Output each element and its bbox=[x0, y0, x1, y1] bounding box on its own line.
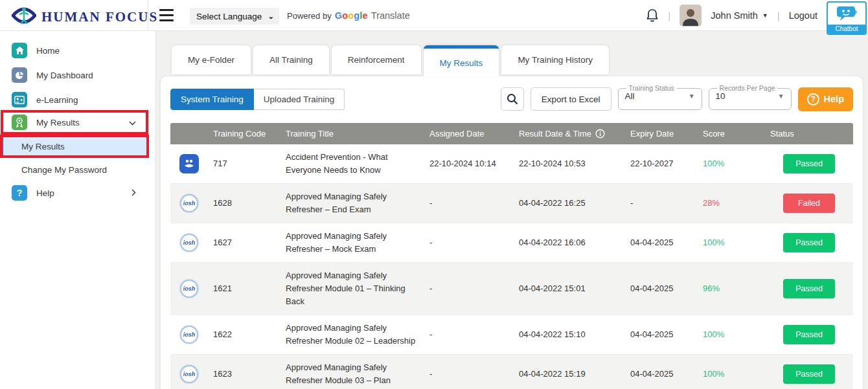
sidebar-item-my-results[interactable]: My Results bbox=[0, 111, 148, 133]
cell-training-title: Approved Managing Safely Refresher Modul… bbox=[280, 315, 424, 355]
sidebar-item-my-dashboard[interactable]: My Dashboard bbox=[0, 63, 148, 87]
cell-training-title: Accident Prevention - What Everyone Need… bbox=[280, 144, 424, 184]
user-avatar[interactable] bbox=[680, 5, 702, 27]
chevron-down-icon: ▼ bbox=[762, 12, 768, 19]
iosh-course-icon: iosh bbox=[180, 280, 198, 298]
e-learning-icon bbox=[12, 92, 27, 107]
top-header: HUMAN FOCUS Select Language ⌄ Powered by… bbox=[0, 0, 868, 31]
col-icon bbox=[170, 123, 208, 144]
user-menu[interactable]: John Smith ▼ bbox=[711, 10, 768, 21]
table-header-row: Training Code Training Title Assigned Da… bbox=[170, 123, 853, 144]
table-row: iosh 1627 Approved Managing Safely Refre… bbox=[170, 223, 853, 263]
sidebar-subitem-change-my-password[interactable]: Change My Password bbox=[0, 159, 148, 180]
brand-name: HUMAN FOCUS bbox=[41, 9, 158, 25]
dashboard-pie-icon bbox=[12, 67, 27, 83]
main-content: My e-Folder All Training Reinforcement M… bbox=[156, 31, 868, 389]
col-score: Score bbox=[698, 123, 765, 144]
chatbot-label: Chatbot bbox=[828, 25, 865, 34]
language-select[interactable]: Select Language ⌄ bbox=[190, 8, 279, 25]
powered-by-label: Powered by bbox=[287, 11, 332, 21]
tab-my-training-history[interactable]: My Training History bbox=[501, 45, 609, 74]
separator: | bbox=[777, 10, 780, 21]
cell-result-date: 04-04-2022 15:01 bbox=[514, 263, 625, 315]
uploaded-training-button[interactable]: Uploaded Training bbox=[254, 89, 345, 110]
notification-bell-icon[interactable] bbox=[646, 8, 659, 23]
cell-assigned-date: - bbox=[424, 315, 514, 355]
header-divider bbox=[148, 0, 148, 31]
system-training-button[interactable]: System Training bbox=[170, 89, 254, 110]
accident-prevention-course-icon bbox=[179, 154, 199, 173]
training-type-toggle: System Training Uploaded Training bbox=[170, 89, 345, 110]
cell-training-title: Approved Managing Safely Refresher – End… bbox=[280, 184, 424, 223]
translate-label: Translate bbox=[371, 10, 410, 21]
cell-expiry-date: 04-04-2025 bbox=[625, 315, 698, 355]
logout-link[interactable]: Logout bbox=[789, 10, 817, 21]
cell-score: 100% bbox=[703, 159, 724, 168]
records-per-page-select[interactable]: Records Per Page 10 ▼ bbox=[709, 84, 792, 110]
caret-down-icon: ▼ bbox=[778, 93, 784, 100]
cell-result-date: 04-04-2022 16:06 bbox=[514, 223, 625, 263]
results-card: System Training Uploaded Training Export… bbox=[161, 76, 863, 389]
cell-score: 100% bbox=[703, 369, 724, 379]
cell-result-date: 04-04-2022 15:19 bbox=[514, 355, 625, 389]
tab-all-training[interactable]: All Training bbox=[253, 45, 329, 74]
export-to-excel-button[interactable]: Export to Excel bbox=[531, 87, 611, 111]
iosh-course-icon: iosh bbox=[180, 234, 198, 252]
google-logo: Google bbox=[335, 10, 368, 21]
cell-expiry-date: 04-04-2025 bbox=[625, 355, 698, 389]
status-badge: Passed bbox=[783, 325, 835, 344]
tab-reinforcement[interactable]: Reinforcement bbox=[332, 45, 421, 74]
cell-expiry-date: 04-04-2025 bbox=[625, 223, 698, 263]
tab-my-e-folder[interactable]: My e-Folder bbox=[172, 45, 251, 74]
sidebar-subitem-my-results-active[interactable]: My Results bbox=[0, 135, 148, 158]
sidebar-item-e-learning[interactable]: e-Learning bbox=[0, 88, 148, 111]
toolbar: System Training Uploaded Training Export… bbox=[161, 76, 863, 112]
results-table: Training Code Training Title Assigned Da… bbox=[170, 123, 853, 389]
sidebar-item-home[interactable]: Home bbox=[0, 39, 148, 62]
iosh-course-icon: iosh bbox=[180, 194, 198, 212]
cell-score: 100% bbox=[703, 238, 724, 247]
chevron-down-icon: ⌄ bbox=[268, 12, 274, 21]
status-badge: Passed bbox=[783, 364, 835, 384]
training-status-value: All bbox=[625, 91, 635, 101]
tab-my-results[interactable]: My Results bbox=[424, 45, 499, 77]
chatbot-button[interactable]: Chatbot bbox=[827, 1, 867, 35]
cell-training-title: Approved Managing Safely Refresher Modul… bbox=[280, 355, 424, 389]
sidebar-item-label: e-Learning bbox=[36, 95, 78, 105]
caret-down-icon: ▼ bbox=[689, 93, 695, 100]
tab-bar: My e-Folder All Training Reinforcement M… bbox=[172, 45, 609, 77]
status-badge: Passed bbox=[783, 233, 835, 252]
page: HUMAN FOCUS Select Language ⌄ Powered by… bbox=[0, 0, 868, 389]
table-row: 717 Accident Prevention - What Everyone … bbox=[170, 144, 853, 184]
hamburger-menu-icon[interactable] bbox=[159, 9, 174, 21]
sidebar-subitem-label: Change My Password bbox=[21, 165, 107, 175]
cell-training-code: 1621 bbox=[208, 263, 280, 315]
cell-training-code: 1628 bbox=[208, 184, 280, 223]
cell-score: 96% bbox=[703, 283, 720, 293]
google-translate-attribution: Powered by Google Translate bbox=[287, 10, 410, 21]
cell-expiry-date: 22-10-2027 bbox=[625, 144, 698, 184]
chatbot-icon bbox=[828, 3, 865, 25]
cell-expiry-date: - bbox=[625, 184, 698, 223]
records-per-page-label: Records Per Page bbox=[717, 84, 778, 92]
cell-result-date: 22-10-2024 10:53 bbox=[514, 144, 625, 184]
info-icon[interactable] bbox=[595, 129, 605, 139]
sidebar-item-help[interactable]: ? Help bbox=[0, 181, 148, 205]
col-training-code: Training Code bbox=[208, 123, 280, 144]
cell-assigned-date: - bbox=[424, 263, 514, 315]
help-button[interactable]: ? Help bbox=[798, 87, 853, 111]
cell-score: 28% bbox=[703, 198, 720, 208]
cell-result-date: 04-04-2022 15:10 bbox=[514, 315, 625, 355]
cell-training-code: 1623 bbox=[208, 355, 280, 389]
brand-logo[interactable]: HUMAN FOCUS bbox=[12, 4, 158, 30]
cell-training-code: 717 bbox=[208, 144, 280, 184]
sidebar-item-label: Home bbox=[36, 46, 60, 56]
search-button[interactable] bbox=[501, 87, 524, 111]
col-assigned-date: Assigned Date bbox=[424, 123, 514, 144]
col-result-date: Result Date & Time bbox=[514, 123, 625, 144]
status-badge: Passed bbox=[783, 154, 835, 173]
training-status-select[interactable]: Training Status All ▼ bbox=[618, 84, 702, 110]
status-badge: Failed bbox=[783, 194, 835, 213]
award-icon bbox=[12, 115, 27, 130]
status-badge: Passed bbox=[783, 279, 835, 298]
